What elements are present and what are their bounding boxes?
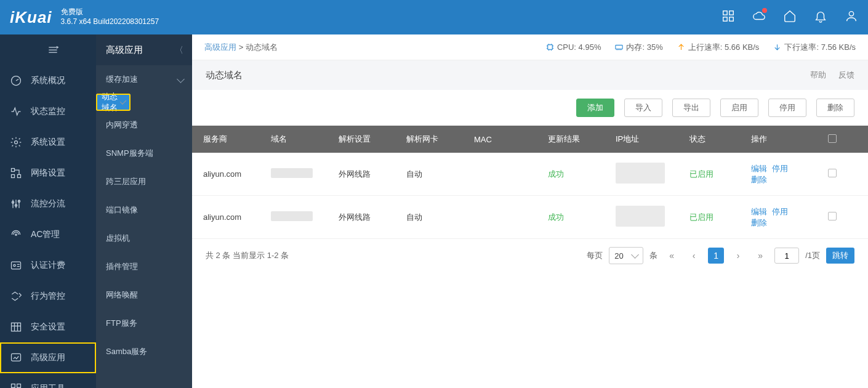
nav2-vm[interactable]: 虚拟机 — [96, 224, 192, 253]
mem-stat: 内存: 35% — [614, 42, 662, 53]
download-stat: 下行速率: 7.56 KB/s — [773, 42, 856, 53]
svg-rect-22 — [548, 45, 553, 50]
pager-next[interactable]: › — [730, 248, 746, 264]
svg-rect-3 — [729, 17, 733, 21]
nav-settings[interactable]: 系统设置 — [0, 127, 96, 158]
table-row: aliyun.com 外网线路 自动 成功 已启用 编辑停用 删除 — [192, 153, 868, 196]
secondary-nav-title: 高级应用〈 — [96, 34, 192, 65]
nav2-snmp[interactable]: SNMP服务端 — [96, 139, 192, 168]
help-link[interactable]: 帮助 — [810, 70, 826, 79]
redacted-ip — [616, 206, 665, 227]
stats-block: CPU: 4.95% 内存: 35% 上行速率: 5.66 KB/s 下行速率:… — [545, 42, 856, 53]
nav2-mirror[interactable]: 端口镜像 — [96, 196, 192, 224]
pagination: 共 2 条 当前显示 1-2 条 每页 20 条 « ‹ 1 › » /1页 跳… — [192, 239, 868, 272]
svg-rect-16 — [12, 323, 21, 331]
row-checkbox[interactable] — [828, 169, 837, 177]
delete-button[interactable]: 删除 — [816, 99, 854, 117]
nav-tools[interactable]: 应用工具 — [0, 373, 96, 388]
top-icons — [721, 9, 858, 25]
home-icon[interactable] — [783, 9, 797, 25]
svg-rect-19 — [17, 384, 21, 388]
svg-point-13 — [15, 234, 17, 236]
table-header: 服务商 域名 解析设置 解析网卡 MAC 更新结果 IP地址 状态 操作 — [192, 126, 868, 153]
svg-rect-1 — [729, 11, 733, 15]
nav-monitor[interactable]: 状态监控 — [0, 96, 96, 127]
primary-nav: 系统概况 状态监控 系统设置 网络设置 流控分流 AC管理 认证计费 行为管控 … — [0, 34, 96, 388]
svg-point-15 — [14, 264, 15, 266]
svg-rect-9 — [12, 175, 15, 178]
bell-icon[interactable] — [814, 9, 827, 25]
pager-summary: 共 2 条 当前显示 1-2 条 — [206, 250, 289, 261]
row-delete-link[interactable]: 删除 — [751, 218, 767, 227]
nav2-ddns[interactable]: 动态域名 — [96, 94, 131, 111]
add-button[interactable]: 添加 — [576, 99, 614, 117]
svg-rect-18 — [12, 384, 15, 388]
nav2-samba[interactable]: Samba服务 — [96, 337, 192, 366]
version-block: 免费版 3.6.7 x64 Build202208301257 — [61, 7, 159, 26]
breadcrumb-current: 动态域名 — [246, 42, 278, 52]
import-button[interactable]: 导入 — [624, 99, 662, 117]
chevron-left-icon[interactable]: 〈 — [175, 45, 183, 56]
export-button[interactable]: 导出 — [672, 99, 710, 117]
feedback-link[interactable]: 反馈 — [838, 70, 854, 79]
logo: iKuai — [10, 8, 52, 27]
nav-collapse-button[interactable] — [0, 34, 96, 65]
select-all-checkbox[interactable] — [828, 134, 837, 143]
nav-flow[interactable]: 流控分流 — [0, 188, 96, 219]
per-page-select[interactable]: 20 — [609, 247, 643, 264]
row-disable-link[interactable]: 停用 — [772, 207, 788, 216]
nav-behavior[interactable]: 行为管控 — [0, 281, 96, 312]
nav-ac[interactable]: AC管理 — [0, 219, 96, 250]
row-checkbox[interactable] — [828, 212, 837, 220]
pager-last[interactable]: » — [752, 248, 768, 264]
jump-button[interactable]: 跳转 — [826, 248, 854, 264]
svg-rect-8 — [18, 175, 21, 178]
nav-network[interactable]: 网络设置 — [0, 158, 96, 188]
row-disable-link[interactable]: 停用 — [772, 164, 788, 173]
user-icon[interactable] — [845, 9, 858, 25]
nav2-plugin[interactable]: 插件管理 — [96, 253, 192, 281]
breadcrumb: 高级应用 > 动态域名 — [204, 42, 278, 53]
nav-overview[interactable]: 系统概况 — [0, 65, 96, 96]
breadcrumb-parent[interactable]: 高级应用 — [204, 42, 236, 52]
upload-stat: 上行速率: 5.66 KB/s — [677, 42, 760, 53]
svg-point-6 — [15, 141, 18, 144]
row-edit-link[interactable]: 编辑 — [751, 164, 767, 173]
svg-point-4 — [849, 12, 853, 16]
nav-auth[interactable]: 认证计费 — [0, 250, 96, 281]
main-area: 高级应用 > 动态域名 CPU: 4.95% 内存: 35% 上行速率: 5.6… — [192, 34, 868, 388]
disable-button[interactable]: 停用 — [768, 99, 806, 117]
nav-security[interactable]: 安全设置 — [0, 312, 96, 342]
page-input[interactable] — [774, 248, 799, 264]
svg-rect-0 — [723, 11, 727, 15]
nav2-ftp[interactable]: FTP服务 — [96, 309, 192, 337]
pager-first[interactable]: « — [664, 248, 680, 264]
top-bar: iKuai 免费版 3.6.7 x64 Build202208301257 — [0, 0, 868, 34]
svg-rect-14 — [12, 262, 21, 269]
row-edit-link[interactable]: 编辑 — [751, 207, 767, 216]
redacted-domain — [271, 168, 313, 178]
toolbar: 添加 导入 导出 启用 停用 删除 — [192, 90, 868, 126]
svg-rect-2 — [723, 17, 727, 21]
table-row: aliyun.com 外网线路 自动 成功 已启用 编辑停用 删除 — [192, 196, 868, 239]
secondary-nav: 高级应用〈 缓存加速 动态域名 内网穿透 SNMP服务端 跨三层应用 端口镜像 … — [96, 34, 192, 388]
pager-prev[interactable]: ‹ — [686, 248, 702, 264]
pager-current[interactable]: 1 — [708, 248, 724, 264]
apps-icon[interactable] — [721, 9, 735, 25]
cloud-icon[interactable] — [752, 9, 766, 25]
page-header: 动态域名 帮助 反馈 — [192, 60, 868, 90]
nav2-cache[interactable]: 缓存加速 — [96, 65, 192, 94]
row-delete-link[interactable]: 删除 — [751, 175, 767, 184]
nav2-layer3[interactable]: 跨三层应用 — [96, 168, 192, 196]
enable-button[interactable]: 启用 — [720, 99, 758, 117]
svg-rect-7 — [12, 169, 15, 172]
page-title: 动态域名 — [206, 70, 243, 81]
svg-rect-17 — [12, 354, 21, 361]
svg-rect-23 — [616, 45, 622, 49]
redacted-ip — [616, 163, 665, 184]
redacted-domain — [271, 211, 313, 221]
nav2-wol[interactable]: 网络唤醒 — [96, 281, 192, 309]
nav2-frp[interactable]: 内网穿透 — [96, 111, 192, 139]
cpu-stat: CPU: 4.95% — [545, 42, 601, 52]
nav-advanced[interactable]: 高级应用 — [0, 342, 96, 373]
